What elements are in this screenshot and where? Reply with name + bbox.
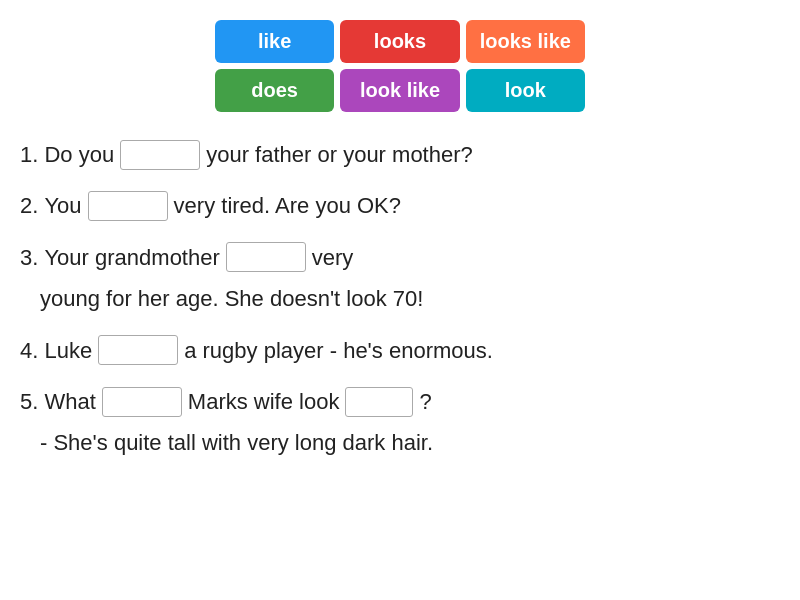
q4-blank[interactable] [98,335,178,365]
q3-continuation: young for her age. She doesn't look 70! [20,280,780,317]
tile-looks-like[interactable]: looks like [466,20,585,63]
q4-line: 4. Luke a rugby player - he's enormous. [20,332,780,369]
question-5: 5. What Marks wife look ? - She's quite … [20,383,780,462]
question-4: 4. Luke a rugby player - he's enormous. [20,332,780,369]
q3-text-before: Your grandmother [44,239,219,276]
q3-line: 3. Your grandmother very [20,239,780,276]
question-3: 3. Your grandmother very young for her a… [20,239,780,318]
q5-text-part1: What [44,383,95,420]
q5-blank2[interactable] [345,387,413,417]
q2-number: 2. [20,187,44,224]
question-1: 1. Do you your father or your mother? [20,136,780,173]
q2-blank[interactable] [88,191,168,221]
q3-text-after: very [312,239,354,276]
tile-look-like[interactable]: look like [340,69,459,112]
tile-like[interactable]: like [215,20,334,63]
q1-blank[interactable] [120,140,200,170]
q4-text-after: a rugby player - he's enormous. [184,332,493,369]
tile-look[interactable]: look [466,69,585,112]
q2-line: 2. You very tired. Are you OK? [20,187,780,224]
tile-does[interactable]: does [215,69,334,112]
q5-answer: - She's quite tall with very long dark h… [20,424,780,461]
q1-text-before: Do you [44,136,114,173]
q5-text-part2: Marks wife look [188,383,340,420]
q2-text-after: very tired. Are you OK? [174,187,401,224]
q5-line: 5. What Marks wife look ? [20,383,780,420]
question-2: 2. You very tired. Are you OK? [20,187,780,224]
q1-number: 1. [20,136,44,173]
q5-blank1[interactable] [102,387,182,417]
q2-text-before: You [44,187,81,224]
q3-blank[interactable] [226,242,306,272]
q4-text-before: Luke [44,332,92,369]
q4-number: 4. [20,332,44,369]
questions-container: 1. Do you your father or your mother? 2.… [0,136,800,462]
q1-text-after: your father or your mother? [206,136,473,173]
q3-number: 3. [20,239,44,276]
q5-text-end: ? [419,383,431,420]
q1-line: 1. Do you your father or your mother? [20,136,780,173]
word-bank: like looks looks like does look like loo… [215,20,585,112]
tile-looks[interactable]: looks [340,20,459,63]
q5-number: 5. [20,383,44,420]
